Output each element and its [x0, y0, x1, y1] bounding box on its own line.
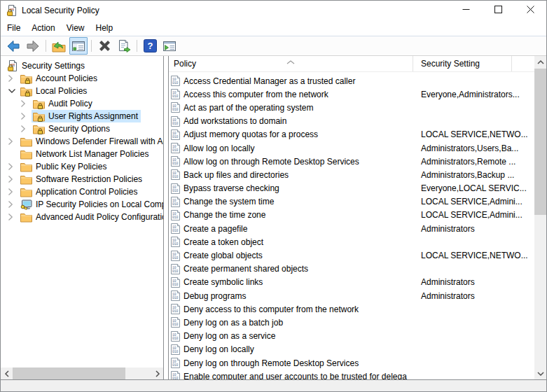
policy-row[interactable]: 10010Enable computer and user accounts t… — [169, 370, 534, 379]
policy-row[interactable]: 10010Create symbolic linksAdministrators — [169, 276, 534, 289]
policy-row[interactable]: 10010Change the time zoneLOCAL SERVICE,A… — [169, 209, 534, 222]
svg-text:010: 010 — [172, 229, 179, 232]
policy-row[interactable]: 10010Create global objectsLOCAL SERVICE,… — [169, 248, 534, 262]
tree-item-security-settings[interactable]: Security Settings — [1, 59, 163, 72]
svg-text:10: 10 — [172, 239, 176, 242]
svg-text:010: 010 — [172, 243, 179, 246]
chevron-right-icon[interactable] — [8, 213, 19, 221]
policy-row[interactable]: 10010Deny log on locally — [169, 343, 534, 356]
policy-doc-icon: 10010 — [171, 358, 180, 368]
tree-item-ip-security-policies-on-local-compute[interactable]: IP Security Policies on Local Compute — [1, 198, 163, 211]
vertical-scroll-thumb[interactable] — [534, 69, 546, 215]
chevron-right-icon[interactable] — [8, 162, 19, 171]
policy-row[interactable]: 10010Access this computer from the netwo… — [169, 88, 534, 101]
tree-item-advanced-audit-policy-configuration[interactable]: Advanced Audit Policy Configuration — [1, 211, 163, 223]
export-list-button[interactable] — [115, 37, 133, 55]
svg-text:010: 010 — [172, 283, 179, 286]
tree-item-security-options[interactable]: Security Options — [1, 122, 163, 135]
svg-text:10: 10 — [172, 293, 176, 296]
policy-row[interactable]: 10010Change the system timeLOCAL SERVICE… — [169, 195, 534, 209]
menu-file[interactable]: File — [1, 20, 26, 36]
policy-row[interactable]: 10010Adjust memory quotas for a processL… — [169, 128, 534, 141]
column-header-security-setting-label: Security Setting — [421, 59, 480, 69]
forward-button[interactable] — [24, 37, 42, 55]
security-setting-value: Everyone,LOCAL SERVIC... — [413, 183, 534, 193]
scroll-down-arrow-icon[interactable] — [534, 368, 546, 379]
policy-row[interactable]: 10010Allow log on through Remote Desktop… — [169, 155, 534, 168]
column-header-security-setting[interactable]: Security Setting — [413, 56, 512, 71]
policy-doc-icon: 10010 — [171, 116, 180, 127]
up-one-level-button[interactable] — [50, 37, 68, 55]
tree-item-network-list-manager-policies[interactable]: Network List Manager Policies — [1, 148, 163, 160]
policy-name: Deny log on locally — [184, 344, 413, 354]
chevron-right-icon[interactable] — [8, 200, 19, 209]
show-console-tree-button[interactable] — [69, 37, 88, 55]
tree-item-user-rights-assignment[interactable]: User Rights Assignment — [1, 110, 163, 122]
vertical-scrollbar[interactable] — [534, 56, 546, 379]
tree-item-local-policies[interactable]: Local Policies — [1, 85, 163, 97]
policy-name: Change the system time — [184, 197, 413, 206]
chevron-right-icon[interactable] — [8, 137, 19, 146]
toolbar-separator — [91, 40, 92, 52]
ipsec-icon — [20, 200, 32, 210]
horizontal-scroll-thumb[interactable] — [13, 368, 125, 379]
menu-help[interactable]: Help — [90, 20, 119, 36]
scroll-up-arrow-icon[interactable] — [534, 56, 546, 68]
policy-row[interactable]: 10010Deny log on as a batch job — [169, 316, 534, 329]
tree-item-label: IP Security Policies on Local Compute — [36, 200, 163, 209]
policy-row[interactable]: 10010Bypass traverse checkingEveryone,LO… — [169, 182, 534, 195]
chevron-right-icon[interactable] — [20, 112, 32, 120]
tree-item-label: Local Policies — [36, 86, 87, 96]
tree-item-label: Security Settings — [22, 61, 85, 71]
tree-item-windows-defender-firewall-with-adva[interactable]: Windows Defender Firewall with Adva — [1, 135, 163, 148]
close-icon — [527, 6, 534, 15]
tree-item-audit-policy[interactable]: Audit Policy — [1, 97, 163, 110]
toolbar-separator — [137, 40, 137, 52]
policy-row[interactable]: 10010Debug programsAdministrators — [169, 289, 534, 302]
policy-name: Create global objects — [184, 251, 413, 260]
policy-row[interactable]: 10010Create permanent shared objects — [169, 262, 534, 276]
policy-row[interactable]: 10010Deny access to this computer from t… — [169, 302, 534, 316]
chevron-right-icon[interactable] — [8, 74, 19, 83]
maximize-button[interactable] — [482, 1, 514, 20]
tree-item-software-restriction-policies[interactable]: Software Restriction Policies — [1, 173, 163, 186]
policy-name: Create symbolic links — [184, 277, 413, 287]
svg-text:010: 010 — [172, 148, 179, 152]
chevron-right-icon[interactable] — [20, 125, 32, 133]
minimize-button[interactable] — [450, 1, 482, 20]
policy-row[interactable]: 10010Create a token object — [169, 235, 534, 248]
menu-action[interactable]: Action — [26, 20, 60, 36]
tree-item-label: User Rights Assignment — [48, 111, 138, 121]
policy-name: Add workstations to domain — [184, 116, 413, 126]
show-action-pane-button[interactable] — [160, 37, 179, 55]
scroll-right-arrow-icon[interactable] — [151, 368, 163, 379]
help-button[interactable]: ? — [141, 37, 159, 55]
policy-row[interactable]: 10010Deny log on as a service — [169, 330, 534, 343]
policy-row[interactable]: 10010Back up files and directoriesAdmini… — [169, 168, 534, 181]
svg-text:010: 010 — [172, 363, 179, 367]
tree-item-application-control-policies[interactable]: Application Control Policies — [1, 186, 163, 198]
menu-view[interactable]: View — [61, 20, 90, 36]
delete-button[interactable] — [95, 37, 113, 55]
console-tree-icon — [71, 40, 85, 52]
policy-row[interactable]: 10010Access Credential Manager as a trus… — [169, 74, 534, 88]
back-button[interactable] — [4, 37, 22, 55]
scroll-left-arrow-icon[interactable] — [1, 368, 13, 379]
chevron-right-icon[interactable] — [20, 99, 32, 108]
policy-row[interactable]: 10010Allow log on locallyAdministrators,… — [169, 141, 534, 155]
policy-row[interactable]: 10010Create a pagefileAdministrators — [169, 222, 534, 235]
policy-row[interactable]: 10010Deny log on through Remote Desktop … — [169, 356, 534, 370]
svg-text:10: 10 — [172, 346, 176, 349]
chevron-right-icon[interactable] — [8, 175, 19, 183]
tree: Security SettingsAccount PoliciesLocal P… — [1, 56, 163, 368]
chevron-down-icon[interactable] — [8, 88, 19, 94]
svg-text:010: 010 — [172, 337, 179, 340]
policy-row[interactable]: 10010Add workstations to domain — [169, 115, 534, 128]
svg-text:10: 10 — [172, 78, 176, 81]
tree-item-account-policies[interactable]: Account Policies — [1, 72, 163, 85]
horizontal-scrollbar[interactable] — [1, 368, 163, 379]
tree-item-public-key-policies[interactable]: Public Key Policies — [1, 160, 163, 173]
close-button[interactable] — [514, 1, 546, 20]
chevron-right-icon[interactable] — [8, 188, 19, 196]
policy-row[interactable]: 10010Act as part of the operating system — [169, 101, 534, 114]
